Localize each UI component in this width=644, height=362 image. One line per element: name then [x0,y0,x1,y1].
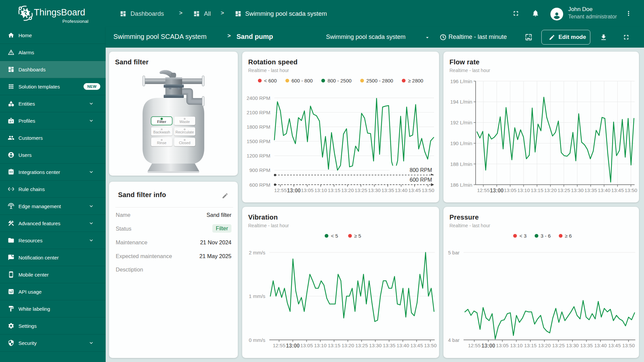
svg-text:13:50: 13:50 [424,343,437,348]
svg-text:1800 RPM: 1800 RPM [247,124,270,130]
svg-text:192 L/min: 192 L/min [450,120,472,125]
svg-text:13:10: 13:10 [517,187,530,193]
svg-text:13:45: 13:45 [408,187,421,193]
svg-text:Rinse: Rinse [157,141,166,145]
svg-text:13:15: 13:15 [524,343,537,348]
svg-text:12:55: 12:55 [274,187,287,193]
svg-text:13:50: 13:50 [625,187,637,193]
svg-text:1 mm/s: 1 mm/s [249,293,265,299]
svg-text:13:05: 13:05 [300,343,313,348]
svg-text:186 L/min: 186 L/min [450,182,472,188]
svg-text:0 mm/s: 0 mm/s [249,337,265,343]
svg-text:196 L/min: 196 L/min [450,78,472,84]
svg-text:13:15: 13:15 [531,187,543,193]
svg-text:1200 RPM: 1200 RPM [247,153,270,159]
svg-text:13:45: 13:45 [611,187,624,193]
svg-text:12:55: 12:55 [468,343,481,348]
svg-text:13:10: 13:10 [510,343,523,348]
svg-text:2400 RPM: 2400 RPM [247,95,270,101]
svg-text:13:00: 13:00 [286,343,300,349]
svg-text:600 RPM: 600 RPM [410,177,432,183]
svg-text:13:15: 13:15 [328,187,340,193]
svg-text:Closed: Closed [179,141,190,145]
svg-text:5 bar: 5 bar [448,250,460,255]
svg-text:Recirculate: Recirculate [175,130,194,134]
svg-text:13:05: 13:05 [496,343,509,348]
svg-text:13:00: 13:00 [490,188,504,193]
svg-text:13:10: 13:10 [314,343,327,348]
svg-text:1500 RPM: 1500 RPM [247,138,270,144]
svg-text:13:35: 13:35 [584,187,597,193]
svg-text:13:25: 13:25 [355,343,368,348]
svg-text:13:35: 13:35 [580,343,593,348]
svg-text:Waste: Waste [179,120,190,124]
svg-text:2 mm/s: 2 mm/s [249,250,265,255]
svg-text:900 RPM: 900 RPM [249,167,270,173]
svg-text:Filter: Filter [157,120,167,124]
svg-text:13:20: 13:20 [341,187,354,193]
svg-text:13:35: 13:35 [381,187,394,193]
svg-text:13:00: 13:00 [287,188,301,193]
svg-text:13:20: 13:20 [544,187,557,193]
svg-text:13:45: 13:45 [410,343,423,348]
svg-text:800 RPM: 800 RPM [410,167,432,173]
svg-text:12:55: 12:55 [273,343,285,348]
svg-text:13:40: 13:40 [598,187,610,193]
svg-text:13:30: 13:30 [368,187,381,193]
svg-text:13:40: 13:40 [395,187,408,193]
svg-text:13:20: 13:20 [341,343,354,348]
svg-text:13:50: 13:50 [622,343,635,348]
svg-text:13:20: 13:20 [538,343,551,348]
svg-text:13:10: 13:10 [314,187,327,193]
svg-text:13:40: 13:40 [594,343,607,348]
svg-text:13:05: 13:05 [301,187,314,193]
svg-text:190 L/min: 190 L/min [450,140,472,146]
svg-text:13:00: 13:00 [481,343,495,349]
svg-text:13:25: 13:25 [552,343,565,348]
svg-text:13:35: 13:35 [383,343,395,348]
svg-text:194 L/min: 194 L/min [450,99,472,105]
svg-text:12:55: 12:55 [477,187,490,193]
svg-text:188 L/min: 188 L/min [450,161,472,167]
svg-text:13:25: 13:25 [557,187,570,193]
svg-text:13:30: 13:30 [369,343,382,348]
svg-text:4 bar: 4 bar [448,337,460,343]
svg-text:Backwash: Backwash [153,130,170,134]
svg-text:13:30: 13:30 [571,187,584,193]
svg-text:13:30: 13:30 [566,343,579,348]
svg-text:600 RPM: 600 RPM [249,182,270,188]
svg-text:13:25: 13:25 [355,187,367,193]
svg-text:13:50: 13:50 [422,187,434,193]
svg-text:13:40: 13:40 [396,343,409,348]
svg-text:13:45: 13:45 [608,343,621,348]
svg-text:2100 RPM: 2100 RPM [247,110,270,115]
svg-text:13:15: 13:15 [328,343,340,348]
svg-text:13:05: 13:05 [504,187,517,193]
